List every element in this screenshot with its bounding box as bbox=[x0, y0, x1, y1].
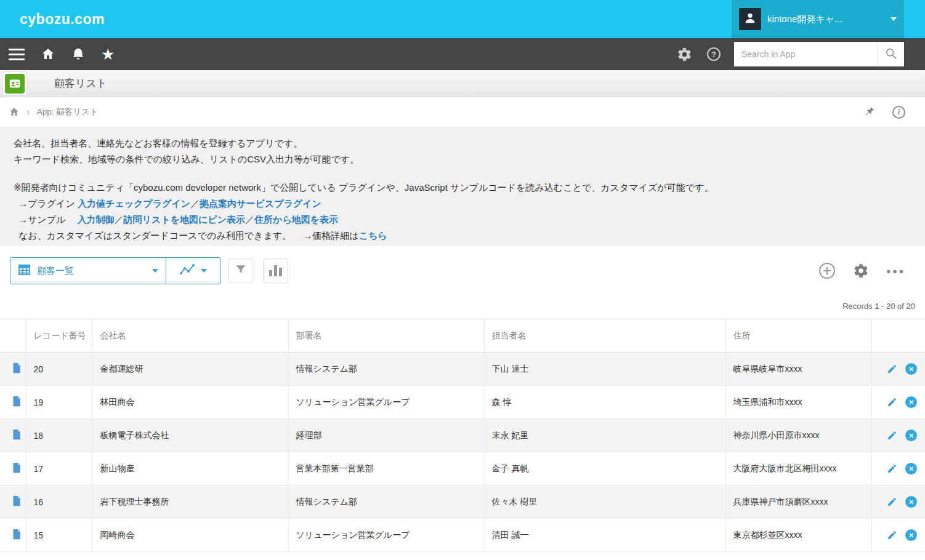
header-company[interactable]: 会社名 bbox=[92, 319, 288, 353]
breadcrumb-home-icon[interactable] bbox=[9, 106, 20, 118]
table-row[interactable]: 19 林田商会 ソリューション営業グループ 森 惇 埼玉県浦和市xxxx × bbox=[0, 386, 925, 419]
app-header: 顧客リスト bbox=[0, 70, 925, 97]
view-toolbar: 顧客一覧 ••• bbox=[0, 246, 925, 295]
cell-company: 林田商会 bbox=[92, 386, 288, 419]
table-row[interactable]: 15 岡崎商会 ソリューション営業グループ 清田 誠一 東京都杉並区xxxx × bbox=[0, 519, 925, 552]
view-selector-dropdown[interactable]: 顧客一覧 bbox=[10, 258, 166, 284]
cell-address: 兵庫県神戸市須磨区xxxx bbox=[725, 486, 871, 519]
edit-record-pencil-icon[interactable] bbox=[887, 497, 897, 507]
record-document-icon[interactable] bbox=[12, 529, 21, 540]
record-document-icon[interactable] bbox=[12, 495, 21, 506]
edit-record-pencil-icon[interactable] bbox=[887, 530, 897, 540]
record-document-icon[interactable] bbox=[12, 462, 21, 473]
plugin-link-input-check[interactable]: 入力値チェックプラグイン bbox=[78, 198, 190, 209]
user-menu[interactable]: kintone開発キャ... bbox=[732, 0, 904, 38]
more-options-ellipsis-icon[interactable]: ••• bbox=[886, 265, 905, 278]
header-record-no[interactable]: レコード番号 bbox=[26, 319, 92, 353]
add-record-button[interactable] bbox=[818, 262, 836, 279]
sample-line: →サンプル 入力制御／訪問リストを地図にピン表示／住所から地図を表示 bbox=[14, 212, 925, 228]
info-icon[interactable]: i bbox=[892, 106, 905, 119]
filter-button[interactable] bbox=[228, 258, 253, 283]
help-icon[interactable]: ? bbox=[707, 47, 721, 61]
cell-address: 岐阜県岐阜市xxxx bbox=[725, 353, 871, 386]
hamburger-menu-icon[interactable] bbox=[9, 49, 25, 60]
cybozu-logo[interactable]: cybozu.com bbox=[20, 11, 105, 28]
records-count: Records 1 - 20 of 20 bbox=[0, 295, 925, 319]
chart-button[interactable] bbox=[263, 258, 288, 283]
settings-gear-icon[interactable] bbox=[677, 47, 692, 62]
pin-icon[interactable] bbox=[863, 106, 875, 118]
header-department[interactable]: 部署名 bbox=[288, 319, 484, 353]
close-icon: × bbox=[909, 498, 914, 506]
toolbar-right: ••• bbox=[818, 262, 905, 279]
view-name: 顧客一覧 bbox=[37, 265, 152, 277]
table-row[interactable]: 20 金都運総研 情報システム部 下山 達士 岐阜県岐阜市xxxx × bbox=[0, 353, 925, 386]
cell-record-no: 17 bbox=[26, 452, 92, 486]
address-book-icon bbox=[5, 74, 25, 94]
person-icon bbox=[743, 11, 757, 27]
cell-company: 新山物産 bbox=[92, 452, 288, 486]
record-document-icon[interactable] bbox=[12, 429, 21, 440]
cell-company: 岡崎商会 bbox=[92, 519, 288, 552]
delete-record-button[interactable]: × bbox=[905, 529, 917, 541]
cell-person: 佐々木 樹里 bbox=[484, 486, 725, 519]
cell-person: 末永 妃里 bbox=[484, 419, 725, 452]
sample-link-input-control[interactable]: 入力制御 bbox=[78, 214, 115, 225]
sample-link-address-map[interactable]: 住所から地図を表示 bbox=[254, 214, 338, 225]
table-header-row: レコード番号 会社名 部署名 担当者名 住所 bbox=[0, 319, 925, 353]
edit-record-pencil-icon[interactable] bbox=[887, 463, 897, 474]
favorites-star-icon[interactable]: ★ bbox=[101, 47, 115, 62]
breadcrumb: › App: 顧客リスト i bbox=[0, 97, 925, 127]
app-settings-gear-icon[interactable] bbox=[853, 263, 869, 279]
home-icon[interactable] bbox=[41, 47, 55, 62]
cell-department: ソリューション営業グループ bbox=[288, 386, 484, 419]
close-icon: × bbox=[909, 465, 914, 473]
user-name: kintone開発キャ... bbox=[767, 14, 886, 25]
cell-department: 営業本部第一営業部 bbox=[288, 452, 484, 486]
pricing-link[interactable]: こちら bbox=[359, 230, 387, 241]
search-icon bbox=[884, 47, 898, 62]
sample-link-map-pin[interactable]: 訪問リストを地図にピン表示 bbox=[124, 214, 245, 225]
line-graph-icon bbox=[179, 263, 195, 279]
cell-department: 情報システム部 bbox=[288, 353, 484, 386]
edit-record-pencil-icon[interactable] bbox=[887, 364, 897, 374]
notifications-bell-icon[interactable] bbox=[71, 47, 85, 61]
app-icon[interactable] bbox=[2, 71, 27, 96]
edit-record-pencil-icon[interactable] bbox=[887, 397, 897, 407]
cell-department: 情報システム部 bbox=[288, 486, 484, 519]
topbar: cybozu.com kintone開発キャ... bbox=[0, 0, 925, 38]
record-document-icon[interactable] bbox=[12, 396, 21, 407]
edit-record-pencil-icon[interactable] bbox=[887, 430, 897, 441]
close-icon: × bbox=[909, 365, 914, 373]
table-row[interactable]: 16 岩下税理士事務所 情報システム部 佐々木 樹里 兵庫県神戸市須磨区xxxx… bbox=[0, 486, 925, 519]
cell-company: 板橋電子株式会社 bbox=[92, 419, 288, 452]
table-row[interactable]: 18 板橋電子株式会社 経理部 末永 妃里 神奈川県小田原市xxxx × bbox=[0, 419, 925, 452]
record-document-icon[interactable] bbox=[12, 362, 21, 374]
breadcrumb-app-label[interactable]: App: 顧客リスト bbox=[37, 106, 99, 118]
cell-person: 森 惇 bbox=[484, 386, 725, 419]
plugin-link-location-service[interactable]: 拠点案内サービスプラグイン bbox=[200, 198, 321, 209]
cell-address: 東京都杉並区xxxx bbox=[725, 519, 871, 552]
table-view-icon bbox=[18, 264, 31, 278]
header-address[interactable]: 住所 bbox=[725, 319, 871, 353]
delete-record-button[interactable]: × bbox=[905, 496, 917, 508]
search-button[interactable] bbox=[877, 42, 904, 66]
close-icon: × bbox=[909, 398, 914, 406]
description-line-2: キーワード検索、地域等の条件での絞り込み、リストのCSV入出力等が可能です。 bbox=[14, 151, 925, 167]
delete-record-button[interactable]: × bbox=[905, 363, 917, 375]
table-row[interactable]: 17 新山物産 営業本部第一営業部 金子 真帆 大阪府大阪市北区梅田xxxx × bbox=[0, 452, 925, 486]
header-person[interactable]: 担当者名 bbox=[484, 319, 725, 353]
delete-record-button[interactable]: × bbox=[905, 430, 917, 441]
plugin-line: →プラグイン 入力値チェックプラグイン／拠点案内サービスプラグイン bbox=[14, 196, 925, 212]
cell-record-no: 18 bbox=[26, 419, 92, 452]
chevron-down-icon bbox=[152, 269, 158, 273]
delete-record-button[interactable]: × bbox=[905, 396, 917, 408]
cell-company: 岩下税理士事務所 bbox=[92, 486, 288, 519]
funnel-icon bbox=[235, 263, 247, 278]
delete-record-button[interactable]: × bbox=[905, 463, 917, 474]
graph-view-button[interactable] bbox=[166, 258, 220, 284]
search-input[interactable] bbox=[734, 42, 877, 66]
header-icon-column bbox=[0, 319, 26, 353]
cell-address: 神奈川県小田原市xxxx bbox=[725, 419, 871, 452]
navbar-right: ? bbox=[677, 42, 925, 66]
